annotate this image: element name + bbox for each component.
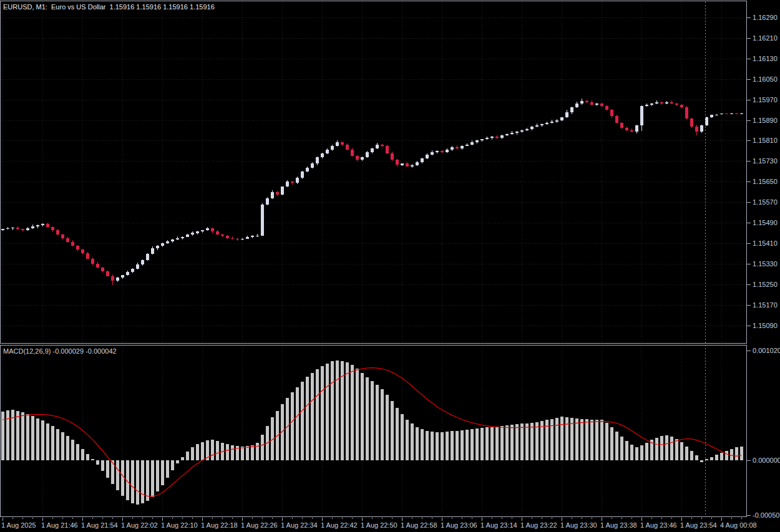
indicator-label: MACD(12,26,9) -0.000029 -0.000042 xyxy=(3,347,117,355)
macd-indicator-area[interactable] xyxy=(1,346,747,517)
trading-chart-window: 1.162901.162101.161301.160501.159701.158… xyxy=(0,0,780,532)
chart-canvas[interactable]: 1.162901.162101.161301.160501.159701.158… xyxy=(0,0,780,532)
price-axis-drag-zone[interactable] xyxy=(748,0,780,517)
chart-title: EURUSD, M1: Euro vs US Dollar 1.15916 1.… xyxy=(3,3,215,11)
main-chart-area[interactable] xyxy=(1,1,747,344)
time-axis-drag-zone[interactable] xyxy=(0,518,747,532)
